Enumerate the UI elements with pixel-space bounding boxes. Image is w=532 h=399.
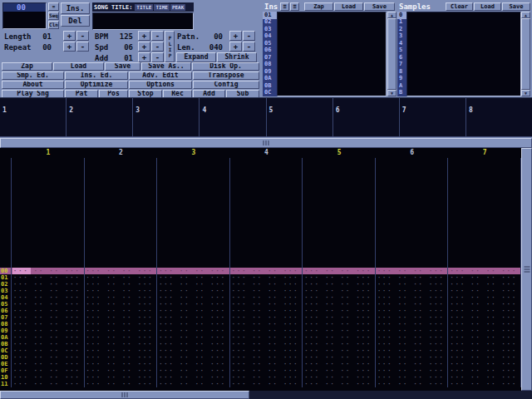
pattern-cell-ch6[interactable]: ··· ·· ·· ··· — [376, 341, 449, 347]
save-button[interactable]: Save — [105, 62, 140, 71]
sample-scrollbar[interactable]: ▲ ▼ — [521, 12, 530, 96]
pattern-cell-ch5[interactable]: ··· ·· ·· ··· — [303, 361, 376, 367]
length-minus-button[interactable]: - — [76, 31, 89, 41]
pattern-cell-ch1[interactable]: ··· ·· ·· ··· — [12, 361, 85, 367]
pattern-cell-ch6[interactable]: ··· ·· ·· ··· — [376, 294, 449, 301]
pattern-cell-ch2[interactable]: ··· ·· ·· ··· — [85, 301, 158, 308]
instrument-editor-button[interactable]: Ins. Ed. — [65, 71, 128, 80]
pattern-cell-ch1[interactable]: ··· ·· ·· ··· — [12, 381, 85, 387]
sample-item-2[interactable]: 2 — [397, 26, 406, 33]
sample-item-4[interactable]: 4 — [397, 40, 406, 47]
pattern-cell-ch4[interactable]: ··· ·· ·· ··· — [230, 328, 303, 334]
pattern-cell-ch3[interactable]: ··· ·· ·· ··· — [157, 308, 230, 314]
pattern-cell-ch1[interactable]: ··· ·· ·· ··· — [12, 354, 85, 361]
instrument-item-06[interactable]: 06 — [263, 47, 277, 55]
pattern-cell-ch4[interactable]: ··· ·· ·· ··· — [230, 347, 303, 354]
song-title-input[interactable] — [92, 12, 194, 30]
position-equals-button[interactable]: = — [48, 2, 59, 11]
pattern-channel-header-1[interactable]: 1 — [12, 148, 85, 158]
pattern-cell-ch1[interactable]: ··· ·· ·· ··· — [12, 334, 85, 341]
pattern-cell-ch6[interactable]: ··· ·· ·· ··· — [376, 308, 449, 314]
instrument-item-01[interactable]: 01 — [263, 12, 277, 19]
pattern-cell-ch2[interactable]: ··· ·· ·· ··· — [85, 374, 158, 381]
pattern-channel-header-4[interactable]: 4 — [230, 148, 303, 158]
pattern-cell-ch5[interactable]: ··· ·· ·· ··· — [303, 281, 376, 288]
pattern-cell-ch5[interactable]: ··· ·· ·· ··· — [303, 314, 376, 321]
speed-minus-button[interactable]: - — [151, 42, 164, 52]
pattern-cell-ch4[interactable]: ··· ·· ·· ··· — [230, 308, 303, 314]
pattern-cursor-cell-ch7[interactable]: ··· ·· ·· ··· — [448, 268, 521, 274]
pattern-cursor-cell-ch6[interactable]: ··· ·· ·· ··· — [376, 268, 449, 274]
pattern-cell-ch1[interactable]: ··· ·· ·· ··· — [12, 374, 85, 381]
pattern-cell-ch5[interactable]: ··· ·· ·· ··· — [303, 321, 376, 328]
pattern-vscrollbar[interactable] — [521, 148, 532, 391]
instrument-number-list[interactable]: 0102030405060708090A0B0C — [263, 12, 277, 96]
pattern-cell-ch4[interactable]: ··· ·· ·· ··· — [230, 367, 303, 374]
pattern-cell-ch3[interactable]: ··· ·· ·· ··· — [157, 381, 230, 387]
pattern-cell-ch2[interactable]: ··· ·· ·· ··· — [85, 321, 158, 328]
pattern-cell-ch7[interactable]: ··· ·· ·· ··· — [448, 354, 521, 361]
pattern-cell-ch5[interactable]: ··· ·· ·· ··· — [303, 354, 376, 361]
pattern-cell-ch5[interactable]: ··· ·· ·· ··· — [303, 308, 376, 314]
scope-channel-1[interactable]: 1 — [0, 98, 66, 136]
instrument-item-03[interactable]: 03 — [263, 26, 277, 33]
pattern-cell-ch7[interactable]: ··· ·· ·· ··· — [448, 328, 521, 334]
transpose-button[interactable]: Transpose — [193, 71, 259, 80]
pattern-cell-ch1[interactable]: ··· ·· ·· ··· — [12, 294, 85, 301]
pattern-cell-ch6[interactable]: ··· ·· ·· ··· — [376, 301, 449, 308]
pattern-channel-header-5[interactable]: 5 — [303, 148, 376, 158]
pattern-cell-ch7[interactable]: ··· ·· ·· ··· — [448, 361, 521, 367]
add-plus-button[interactable]: + — [138, 52, 150, 62]
pattern-cell-ch5[interactable]: ··· ·· ·· ··· — [303, 381, 376, 387]
sample-item-9[interactable]: 9 — [397, 76, 406, 83]
pattern-cell-ch1[interactable]: ··· ·· ·· ··· — [12, 314, 85, 321]
pattern-cell-ch3[interactable]: ··· ·· ·· ··· — [157, 274, 230, 281]
pattern-cell-ch6[interactable]: ··· ·· ·· ··· — [376, 288, 449, 294]
scope-channel-5[interactable]: 5 — [267, 98, 333, 136]
tab-title[interactable]: TITLE — [135, 4, 153, 11]
instrument-list-toggle2-icon[interactable]: ≡ — [290, 2, 299, 11]
pattern-cell-ch3[interactable]: ··· ·· ·· ··· — [157, 367, 230, 374]
pattern-cell-ch1[interactable]: ··· ·· ·· ··· — [12, 328, 85, 334]
instrument-item-08[interactable]: 08 — [263, 62, 277, 69]
bottom-scrollbar-thumb[interactable] — [0, 391, 249, 399]
pattern-channel-header-7[interactable]: 7 — [448, 148, 521, 158]
pattern-length-plus-button[interactable]: + — [229, 42, 242, 52]
bpm-plus-button[interactable]: + — [138, 31, 150, 41]
position-seq-button[interactable]: Seq — [48, 12, 59, 20]
tab-peak[interactable]: PEAK — [170, 4, 185, 11]
scope-channel-8[interactable]: 8 — [466, 98, 532, 136]
pattern-cell-ch7[interactable]: ··· ·· ·· ··· — [448, 281, 521, 288]
disk-op-button[interactable]: Disk Op. — [192, 62, 259, 71]
pattern-cell-ch4[interactable]: ··· ·· ·· ··· — [230, 301, 303, 308]
pattern-cell-ch6[interactable]: ··· ·· ·· ··· — [376, 314, 449, 321]
scope-channel-2[interactable]: 2 — [66, 98, 133, 136]
instrument-item-05[interactable]: 05 — [263, 40, 277, 47]
pattern-cell-ch4[interactable]: ··· ·· ·· ··· — [230, 281, 303, 288]
pattern-cell-ch5[interactable]: ··· ·· ·· ··· — [303, 288, 376, 294]
instrument-item-09[interactable]: 09 — [263, 68, 277, 76]
pattern-cell-ch4[interactable]: ··· ·· ·· ··· — [230, 341, 303, 347]
pattern-cell-ch3[interactable]: ··· ·· ·· ··· — [157, 334, 230, 341]
sample-item-7[interactable]: 7 — [397, 62, 406, 69]
pattern-cell-ch2[interactable]: ··· ·· ·· ··· — [85, 328, 158, 334]
tab-time[interactable]: TIME — [154, 4, 169, 11]
pattern-cell-ch3[interactable]: ··· ·· ·· ··· — [157, 341, 230, 347]
pattern-cell-ch4[interactable]: ··· ·· ·· ··· — [230, 288, 303, 294]
pattern-channel-header-3[interactable]: 3 — [157, 148, 230, 158]
sample-item-0[interactable]: 0 — [397, 12, 406, 19]
pattern-cell-ch2[interactable]: ··· ·· ·· ··· — [85, 334, 158, 341]
pattern-channel-header-2[interactable]: 2 — [85, 148, 158, 158]
pattern-cell-ch4[interactable]: ··· ·· ·· ··· — [230, 321, 303, 328]
pattern-cell-ch1[interactable]: ··· ·· ·· ··· — [12, 301, 85, 308]
advanced-edit-button[interactable]: Adv. Edit — [129, 71, 192, 80]
pattern-cell-ch3[interactable]: ··· ·· ·· ··· — [157, 321, 230, 328]
pattern-cell-ch6[interactable]: ··· ·· ·· ··· — [376, 347, 449, 354]
pattern-cell-ch7[interactable]: ··· ·· ·· ··· — [448, 347, 521, 354]
position-insert-button[interactable]: Ins. — [61, 2, 90, 14]
pattern-hscrollbar[interactable] — [0, 138, 532, 148]
pattern-cell-ch6[interactable]: ··· ·· ·· ··· — [376, 334, 449, 341]
position-entry[interactable]: 00 — [3, 3, 46, 12]
pattern-cell-ch5[interactable]: ··· ·· ·· ··· — [303, 294, 376, 301]
shrink-button[interactable]: Shrink — [217, 52, 257, 62]
